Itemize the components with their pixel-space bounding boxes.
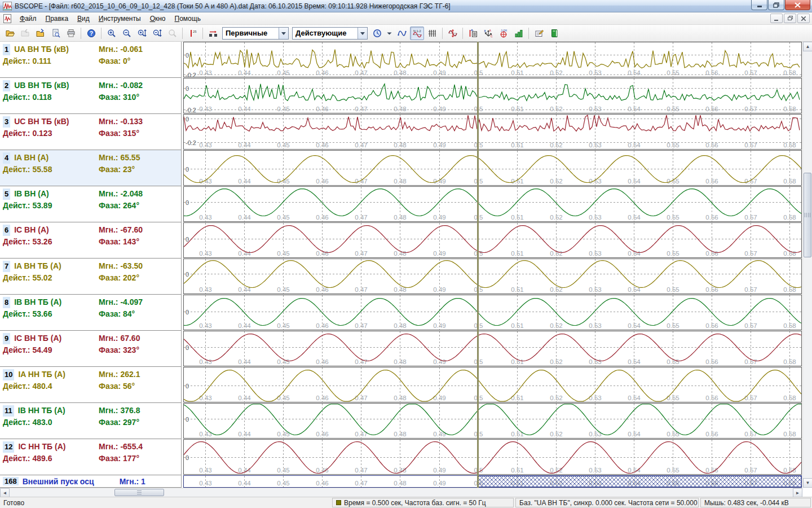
channel-phase-value: Фаза: 84°: [99, 308, 179, 320]
svg-text:0.46: 0.46: [316, 178, 328, 185]
menu-item-1[interactable]: Файл: [15, 13, 41, 24]
menu-item-6[interactable]: Помощь: [170, 13, 205, 24]
waveform-strip-4[interactable]: 0.430.440.450.460.470.480.490.50.510.520…: [183, 150, 802, 186]
mdi-close-button[interactable]: [797, 14, 810, 23]
waveform-strip-5[interactable]: 0.430.440.450.460.470.480.490.50.510.520…: [183, 186, 802, 222]
waveform-plot-area[interactable]: 0.430.440.450.460.470.480.490.50.510.520…: [183, 42, 802, 488]
open-next-file-button[interactable]: [33, 27, 47, 40]
help-button[interactable]: ?: [84, 27, 98, 40]
histogram-button[interactable]: [511, 27, 526, 40]
waveform-strip-6[interactable]: 0.430.440.450.460.470.480.490.50.510.520…: [183, 222, 802, 258]
channel-row-11[interactable]: 11IB НН ТБ (А)Мгн.: 376.8Дейст.: 483.0Фа…: [0, 403, 181, 439]
horizontal-scrollbar[interactable]: ◄ ►: [0, 488, 802, 497]
waveform-strip-1[interactable]: 0.430.440.450.460.470.480.490.50.510.520…: [183, 42, 802, 77]
grid-toggle-button[interactable]: [425, 27, 439, 40]
marker-interval-button[interactable]: [206, 27, 220, 40]
channel-row-9[interactable]: 9IC ВН ТБ (А)Мгн.: 67.60Дейст.: 54.49Фаз…: [0, 331, 181, 367]
marker-25ms-button[interactable]: 25: [186, 27, 200, 40]
open-prev-file-button[interactable]: [18, 27, 32, 40]
scroll-left-button[interactable]: ◄: [0, 488, 10, 497]
channel-row-168[interactable]: 168Внешний пуск осцМгн.: 1: [0, 475, 181, 488]
digital-strip-168[interactable]: 0.430.440.450.460.470.480.490.50.510.520…: [183, 475, 802, 488]
mdi-restore-button[interactable]: [784, 14, 796, 23]
zoom-in-button[interactable]: [104, 27, 118, 40]
waveform-strip-2[interactable]: 0.430.440.450.460.470.480.490.50.510.520…: [183, 78, 802, 113]
symmetrical-components-button[interactable]: J↑0H: [496, 27, 510, 40]
svg-text:0.53: 0.53: [589, 286, 601, 293]
chevron-down-icon[interactable]: [279, 28, 288, 39]
channel-row-10[interactable]: 10IA НН ТБ (А)Мгн.: 262.1Дейст.: 480.4Фа…: [0, 367, 181, 403]
waveform-strip-7[interactable]: 0.430.440.450.460.470.480.490.50.510.520…: [183, 259, 802, 294]
channel-row-7[interactable]: 7IA ВН ТБ (А)Мгн.: -63.50Дейст.: 55.02Фа…: [0, 259, 181, 295]
print-preview-button[interactable]: [48, 27, 63, 40]
svg-text:0.55: 0.55: [667, 178, 679, 185]
zoom-in-vertical-button[interactable]: [135, 27, 149, 40]
mdi-minimize-button[interactable]: [770, 14, 783, 23]
svg-text:0.51: 0.51: [511, 467, 523, 474]
svg-text:0.47: 0.47: [355, 69, 367, 76]
properties-button[interactable]: [532, 27, 546, 40]
svg-text:0.51: 0.51: [511, 250, 523, 257]
scroll-up-button[interactable]: ▲: [803, 42, 812, 51]
channel-row-4[interactable]: 4IA ВН (А)Мгн.: 65.55Дейст.: 55.58Фаза: …: [0, 150, 181, 186]
vertical-scrollbar[interactable]: ▲ ▼: [802, 42, 812, 488]
window-close-button[interactable]: [785, 0, 810, 10]
channel-row-6[interactable]: 6IC ВН (А)Мгн.: -67.60Дейст.: 53.26Фаза:…: [0, 222, 181, 259]
channel-row-3[interactable]: 3UC ВН ТБ (кВ)Мгн.: -0.133Дейст.: 0.123Ф…: [0, 114, 181, 150]
signal-source-combo[interactable]: Первичные: [222, 27, 289, 40]
channel-name: IC ВН (А): [14, 224, 48, 236]
value-mode-combo[interactable]: Действующие: [292, 27, 368, 40]
scroll-right-button[interactable]: ►: [793, 488, 802, 497]
scroll-down-button[interactable]: ▼: [803, 478, 812, 488]
channel-number: 12: [3, 441, 14, 453]
zoom-reset-button[interactable]: [165, 27, 179, 40]
channel-row-12[interactable]: 12IC НН ТБ (А)Мгн.: -655.4Дейст.: 489.6Ф…: [0, 439, 181, 475]
channel-row-2[interactable]: 2UB ВН ТБ (кВ)Мгн.: -0.082Дейст.: 0.118Ф…: [0, 78, 181, 114]
channel-rms-value: Дейст.: 55.58: [3, 164, 99, 176]
channel-number: 1: [3, 44, 10, 55]
channel-number: 2: [3, 80, 10, 91]
waveform-view-button[interactable]: [395, 27, 409, 40]
measurements-table-button[interactable]: [466, 27, 480, 40]
waveform-strip-11[interactable]: 0.430.440.450.460.470.480.490.50.510.520…: [183, 403, 802, 439]
time-cursor[interactable]: [477, 42, 479, 488]
svg-text:0.53: 0.53: [589, 214, 601, 221]
zoom-out-vertical-button[interactable]: [150, 27, 164, 40]
channel-number: 10: [3, 369, 14, 380]
waveform-strip-8[interactable]: 0.430.440.450.460.470.480.490.50.510.520…: [183, 295, 802, 330]
svg-text:0.44: 0.44: [238, 69, 251, 76]
zoom-out-button[interactable]: [120, 27, 134, 40]
svg-text:0.56: 0.56: [705, 322, 718, 329]
waveform-strip-12[interactable]: 0.430.440.450.460.470.480.490.50.510.520…: [183, 439, 802, 475]
channel-row-8[interactable]: 8IB ВН ТБ (А)Мгн.: -4.097Дейст.: 53.66Фа…: [0, 295, 181, 331]
window-minimize-button[interactable]: [751, 0, 767, 10]
numbered-waveform-button[interactable]: N 1-2: [410, 27, 424, 40]
channel-list: 1UA ВН ТБ (кВ)Мгн.: -0.061Дейст.: 0.111Ф…: [0, 42, 182, 488]
channel-row-5[interactable]: 5IB ВН (А)Мгн.: -2.048Дейст.: 53.89Фаза:…: [0, 186, 181, 222]
time-mode-button[interactable]: [370, 27, 384, 40]
channel-name: Внешний пуск осц: [23, 477, 120, 486]
svg-text:0.44: 0.44: [238, 214, 251, 221]
menu-item-2[interactable]: Правка: [41, 13, 73, 24]
harmonics-button[interactable]: [445, 27, 460, 40]
report-button[interactable]: [547, 27, 561, 40]
waveform-strip-10[interactable]: 0.430.440.450.460.470.480.490.50.510.520…: [183, 367, 802, 402]
menu-item-4[interactable]: Инструменты: [94, 13, 145, 24]
waveform-strip-3[interactable]: 0.430.440.450.460.470.480.490.50.510.520…: [183, 114, 802, 150]
horizontal-scroll-thumb[interactable]: [114, 489, 164, 496]
vector-diagram-button[interactable]: ABC: [481, 27, 495, 40]
channel-instant-value: Мгн.: 262.1: [99, 369, 179, 380]
time-mode-dropdown[interactable]: [385, 27, 394, 40]
channel-number: 3: [3, 116, 10, 128]
channel-row-1[interactable]: 1UA ВН ТБ (кВ)Мгн.: -0.061Дейст.: 0.111Ф…: [0, 42, 181, 78]
menu-item-3[interactable]: Вид: [73, 13, 94, 24]
svg-text:C: C: [491, 34, 493, 38]
vertical-scroll-thumb[interactable]: [804, 173, 811, 257]
window-restore-button[interactable]: [768, 0, 784, 10]
waveform-strip-9[interactable]: 0.430.440.450.460.470.480.490.50.510.520…: [183, 331, 802, 366]
svg-text:0.58: 0.58: [783, 178, 796, 185]
chevron-down-icon[interactable]: [358, 28, 367, 39]
open-file-button[interactable]: [3, 27, 17, 40]
menu-item-5[interactable]: Окно: [145, 13, 170, 24]
print-button[interactable]: [64, 27, 78, 40]
